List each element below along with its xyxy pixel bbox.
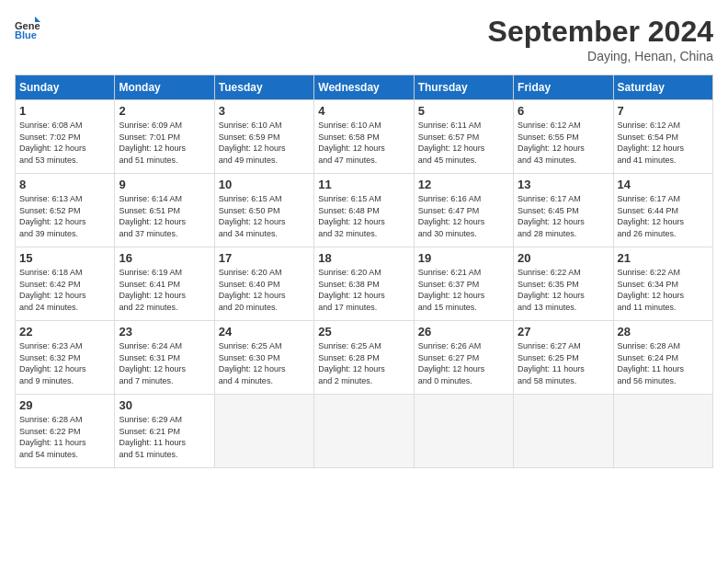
day-number: 20 bbox=[518, 251, 609, 265]
cell-info: Sunrise: 6:12 AM Sunset: 6:55 PM Dayligh… bbox=[518, 120, 609, 166]
cell-info: Sunrise: 6:22 AM Sunset: 6:35 PM Dayligh… bbox=[518, 267, 609, 313]
day-number: 6 bbox=[518, 104, 609, 118]
day-number: 7 bbox=[618, 104, 709, 118]
table-row: 25Sunrise: 6:25 AM Sunset: 6:28 PM Dayli… bbox=[314, 321, 414, 395]
svg-text:Blue: Blue bbox=[15, 29, 37, 40]
cell-info: Sunrise: 6:24 AM Sunset: 6:31 PM Dayligh… bbox=[119, 340, 210, 386]
table-row: 26Sunrise: 6:26 AM Sunset: 6:27 PM Dayli… bbox=[414, 321, 513, 395]
table-row: 17Sunrise: 6:20 AM Sunset: 6:40 PM Dayli… bbox=[214, 247, 313, 321]
table-row: 20Sunrise: 6:22 AM Sunset: 6:35 PM Dayli… bbox=[514, 247, 613, 321]
day-number: 22 bbox=[19, 325, 110, 339]
cell-info: Sunrise: 6:18 AM Sunset: 6:42 PM Dayligh… bbox=[19, 267, 110, 313]
calendar-row: 8Sunrise: 6:13 AM Sunset: 6:52 PM Daylig… bbox=[16, 174, 713, 247]
table-row bbox=[414, 395, 513, 468]
calendar-row: 22Sunrise: 6:23 AM Sunset: 6:32 PM Dayli… bbox=[16, 321, 713, 395]
col-thursday: Thursday bbox=[414, 75, 513, 100]
col-sunday: Sunday bbox=[16, 75, 115, 100]
day-number: 24 bbox=[219, 325, 310, 339]
cell-info: Sunrise: 6:23 AM Sunset: 6:32 PM Dayligh… bbox=[19, 340, 110, 386]
cell-info: Sunrise: 6:22 AM Sunset: 6:34 PM Dayligh… bbox=[618, 267, 709, 313]
cell-info: Sunrise: 6:10 AM Sunset: 6:59 PM Dayligh… bbox=[219, 120, 310, 166]
page-header: General Blue September 2024 Daying, Hena… bbox=[15, 15, 713, 63]
day-number: 21 bbox=[618, 251, 709, 265]
header-row: Sunday Monday Tuesday Wednesday Thursday… bbox=[16, 75, 713, 100]
day-number: 18 bbox=[318, 251, 409, 265]
day-number: 27 bbox=[518, 325, 609, 339]
table-row: 21Sunrise: 6:22 AM Sunset: 6:34 PM Dayli… bbox=[613, 247, 712, 321]
day-number: 25 bbox=[318, 325, 409, 339]
cell-info: Sunrise: 6:08 AM Sunset: 7:02 PM Dayligh… bbox=[19, 120, 110, 166]
day-number: 13 bbox=[518, 178, 609, 191]
cell-info: Sunrise: 6:10 AM Sunset: 6:58 PM Dayligh… bbox=[318, 120, 409, 166]
svg-marker-2 bbox=[35, 17, 40, 22]
cell-info: Sunrise: 6:27 AM Sunset: 6:25 PM Dayligh… bbox=[518, 340, 609, 386]
day-number: 4 bbox=[318, 104, 409, 118]
day-number: 8 bbox=[19, 178, 110, 191]
cell-info: Sunrise: 6:21 AM Sunset: 6:37 PM Dayligh… bbox=[418, 267, 509, 313]
day-number: 29 bbox=[19, 398, 110, 412]
table-row: 9Sunrise: 6:14 AM Sunset: 6:51 PM Daylig… bbox=[115, 174, 214, 247]
table-row bbox=[613, 395, 712, 468]
cell-info: Sunrise: 6:17 AM Sunset: 6:45 PM Dayligh… bbox=[518, 193, 609, 239]
day-number: 26 bbox=[418, 325, 509, 339]
table-row: 13Sunrise: 6:17 AM Sunset: 6:45 PM Dayli… bbox=[514, 174, 613, 247]
table-row: 27Sunrise: 6:27 AM Sunset: 6:25 PM Dayli… bbox=[514, 321, 613, 395]
table-row: 2Sunrise: 6:09 AM Sunset: 7:01 PM Daylig… bbox=[115, 100, 214, 174]
day-number: 2 bbox=[119, 104, 210, 118]
cell-info: Sunrise: 6:12 AM Sunset: 6:54 PM Dayligh… bbox=[618, 120, 709, 166]
cell-info: Sunrise: 6:09 AM Sunset: 7:01 PM Dayligh… bbox=[119, 120, 210, 166]
day-number: 23 bbox=[119, 325, 210, 339]
cell-info: Sunrise: 6:11 AM Sunset: 6:57 PM Dayligh… bbox=[418, 120, 509, 166]
table-row: 10Sunrise: 6:15 AM Sunset: 6:50 PM Dayli… bbox=[214, 174, 313, 247]
day-number: 11 bbox=[318, 178, 409, 191]
table-row: 8Sunrise: 6:13 AM Sunset: 6:52 PM Daylig… bbox=[16, 174, 115, 247]
table-row: 5Sunrise: 6:11 AM Sunset: 6:57 PM Daylig… bbox=[414, 100, 513, 174]
col-friday: Friday bbox=[514, 75, 613, 100]
table-row bbox=[314, 395, 414, 468]
table-row bbox=[514, 395, 613, 468]
table-row: 7Sunrise: 6:12 AM Sunset: 6:54 PM Daylig… bbox=[613, 100, 712, 174]
day-number: 12 bbox=[418, 178, 509, 191]
month-title: September 2024 bbox=[488, 15, 713, 49]
title-block: September 2024 Daying, Henan, China bbox=[488, 15, 713, 63]
day-number: 14 bbox=[618, 178, 709, 191]
cell-info: Sunrise: 6:15 AM Sunset: 6:48 PM Dayligh… bbox=[318, 193, 409, 239]
col-saturday: Saturday bbox=[613, 75, 712, 100]
cell-info: Sunrise: 6:13 AM Sunset: 6:52 PM Dayligh… bbox=[19, 193, 110, 239]
calendar-table: Sunday Monday Tuesday Wednesday Thursday… bbox=[15, 75, 713, 468]
day-number: 5 bbox=[418, 104, 509, 118]
table-row: 23Sunrise: 6:24 AM Sunset: 6:31 PM Dayli… bbox=[115, 321, 214, 395]
cell-info: Sunrise: 6:29 AM Sunset: 6:21 PM Dayligh… bbox=[119, 414, 210, 460]
day-number: 17 bbox=[219, 251, 310, 265]
cell-info: Sunrise: 6:25 AM Sunset: 6:28 PM Dayligh… bbox=[318, 340, 409, 386]
table-row: 28Sunrise: 6:28 AM Sunset: 6:24 PM Dayli… bbox=[613, 321, 712, 395]
calendar-row: 1Sunrise: 6:08 AM Sunset: 7:02 PM Daylig… bbox=[16, 100, 713, 174]
table-row: 29Sunrise: 6:28 AM Sunset: 6:22 PM Dayli… bbox=[16, 395, 115, 468]
table-row: 1Sunrise: 6:08 AM Sunset: 7:02 PM Daylig… bbox=[16, 100, 115, 174]
day-number: 3 bbox=[219, 104, 310, 118]
table-row: 24Sunrise: 6:25 AM Sunset: 6:30 PM Dayli… bbox=[214, 321, 313, 395]
calendar-row: 15Sunrise: 6:18 AM Sunset: 6:42 PM Dayli… bbox=[16, 247, 713, 321]
day-number: 10 bbox=[219, 178, 310, 191]
day-number: 9 bbox=[119, 178, 210, 191]
calendar-row: 29Sunrise: 6:28 AM Sunset: 6:22 PM Dayli… bbox=[16, 395, 713, 468]
table-row: 11Sunrise: 6:15 AM Sunset: 6:48 PM Dayli… bbox=[314, 174, 414, 247]
day-number: 16 bbox=[119, 251, 210, 265]
day-number: 19 bbox=[418, 251, 509, 265]
table-row bbox=[214, 395, 313, 468]
col-wednesday: Wednesday bbox=[314, 75, 414, 100]
logo-icon: General Blue bbox=[15, 15, 40, 40]
table-row: 6Sunrise: 6:12 AM Sunset: 6:55 PM Daylig… bbox=[514, 100, 613, 174]
table-row: 18Sunrise: 6:20 AM Sunset: 6:38 PM Dayli… bbox=[314, 247, 414, 321]
cell-info: Sunrise: 6:20 AM Sunset: 6:38 PM Dayligh… bbox=[318, 267, 409, 313]
cell-info: Sunrise: 6:19 AM Sunset: 6:41 PM Dayligh… bbox=[119, 267, 210, 313]
table-row: 12Sunrise: 6:16 AM Sunset: 6:47 PM Dayli… bbox=[414, 174, 513, 247]
day-number: 15 bbox=[19, 251, 110, 265]
table-row: 3Sunrise: 6:10 AM Sunset: 6:59 PM Daylig… bbox=[214, 100, 313, 174]
cell-info: Sunrise: 6:14 AM Sunset: 6:51 PM Dayligh… bbox=[119, 193, 210, 239]
day-number: 1 bbox=[19, 104, 110, 118]
col-tuesday: Tuesday bbox=[214, 75, 313, 100]
cell-info: Sunrise: 6:28 AM Sunset: 6:24 PM Dayligh… bbox=[618, 340, 709, 386]
table-row: 30Sunrise: 6:29 AM Sunset: 6:21 PM Dayli… bbox=[115, 395, 214, 468]
table-row: 15Sunrise: 6:18 AM Sunset: 6:42 PM Dayli… bbox=[16, 247, 115, 321]
